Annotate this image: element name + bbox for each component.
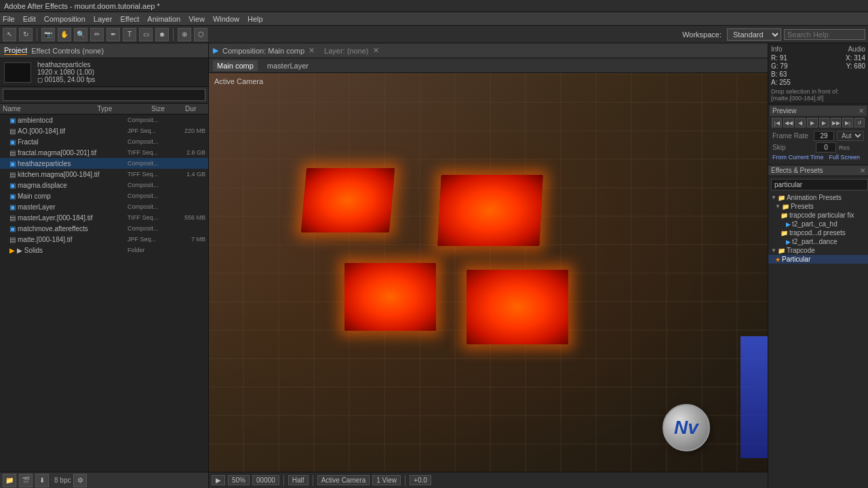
- tree-presets[interactable]: ▼ 📁 Presets: [768, 202, 868, 211]
- tab-master-layer[interactable]: masterLayer: [263, 60, 313, 71]
- new-comp-btn[interactable]: 🎬: [19, 474, 33, 487]
- menu-help[interactable]: Help: [248, 15, 263, 23]
- menu-view[interactable]: View: [189, 15, 205, 23]
- list-item[interactable]: ▣ ambientocd Composit...: [0, 115, 208, 125]
- tool-brush[interactable]: ✏: [90, 28, 104, 41]
- workspace-dropdown[interactable]: Standard: [727, 28, 781, 41]
- list-item[interactable]: ▤ masterLayer.[000-184].tif TIFF Seq... …: [0, 212, 208, 223]
- center-panel: ▶ Composition: Main comp ✕ Layer: (none)…: [209, 43, 768, 488]
- camera-btn[interactable]: Active Camera: [317, 475, 370, 485]
- import-btn[interactable]: ⬇: [35, 474, 49, 487]
- tool-rotate[interactable]: ↻: [19, 28, 33, 41]
- tool-pen[interactable]: ✒: [106, 28, 120, 41]
- list-item[interactable]: ▣ magma.displace Composit...: [0, 180, 208, 190]
- menu-animation[interactable]: Animation: [147, 15, 180, 23]
- play-btn[interactable]: ▶: [212, 475, 225, 485]
- file-name: masterLayer: [18, 203, 127, 211]
- preview-panel: Preview ✕ |◀ ◀◀ ◀ ▶ ▶ ▶▶ ▶| ↺ Frame Rate…: [768, 104, 868, 165]
- list-item[interactable]: ▤ AO.[000-184].tif JPF Seq... 220 MB: [0, 125, 208, 136]
- prev-last[interactable]: ▶|: [842, 118, 852, 127]
- tree-t2-part[interactable]: ▶ t2_part._ca_hd: [768, 220, 868, 228]
- menu-layer[interactable]: Layer: [94, 15, 113, 23]
- info-b-row: B: 63: [771, 70, 865, 78]
- project-search-input[interactable]: [3, 89, 205, 101]
- project-thumbnail: [4, 62, 31, 83]
- timecode-display[interactable]: 00000: [252, 475, 279, 485]
- left-panel: Project Effect Controls (none) heathazep…: [0, 43, 209, 488]
- view-btn[interactable]: 1 View: [372, 475, 401, 485]
- prev-play[interactable]: ▶: [807, 118, 817, 127]
- zoom-btn[interactable]: 50%: [228, 475, 250, 485]
- audio-panel-label[interactable]: Audio: [848, 45, 865, 53]
- file-type: Composit...: [127, 160, 172, 167]
- prev-loop[interactable]: ↺: [854, 118, 865, 127]
- tool-snap[interactable]: ⊕: [178, 28, 191, 41]
- prev-step-back[interactable]: ◀: [795, 118, 806, 127]
- frame-rate-auto[interactable]: Auto: [837, 131, 864, 141]
- list-item[interactable]: ▤ fractal.magma[000-201].tif TIFF Seq...…: [0, 147, 208, 158]
- menu-edit[interactable]: Edit: [23, 15, 36, 23]
- list-item[interactable]: ▣ Main comp Composit...: [0, 190, 208, 201]
- list-item[interactable]: ▣ Fractal Composit...: [0, 136, 208, 147]
- arrow-icon: ▼: [771, 195, 776, 201]
- tool-3d[interactable]: ⬡: [194, 28, 208, 41]
- menu-composition[interactable]: Composition: [44, 15, 85, 23]
- list-item[interactable]: ▤ matte.[000-184].tif JPF Seq... 7 MB: [0, 234, 208, 245]
- arrow-icon: ▼: [775, 203, 781, 209]
- tab-main-comp[interactable]: Main comp: [213, 60, 258, 71]
- prev-first[interactable]: |◀: [772, 118, 782, 127]
- full-screen-btn[interactable]: Full Screen: [829, 154, 861, 161]
- viewport-image[interactable]: Nv: [209, 73, 768, 472]
- list-item[interactable]: ▶ ▶ Solids Folder: [0, 245, 208, 256]
- tool-camera[interactable]: 📷: [41, 28, 55, 41]
- menu-effect[interactable]: Effect: [120, 15, 139, 23]
- list-item[interactable]: ▣ matchmove.aftereffects Composit...: [0, 223, 208, 234]
- tool-select[interactable]: ↖: [3, 28, 16, 41]
- prev-step-fwd[interactable]: ▶: [819, 118, 829, 127]
- comp-close[interactable]: ✕: [309, 46, 315, 55]
- skip-input[interactable]: [816, 142, 836, 152]
- menu-file[interactable]: File: [3, 15, 15, 23]
- list-item[interactable]: ▣ masterLayer Composit...: [0, 201, 208, 212]
- frame-rate-input[interactable]: [814, 131, 834, 141]
- from-current-btn[interactable]: From Current Time: [772, 154, 824, 161]
- tree-particular[interactable]: ★ Particular: [768, 255, 868, 264]
- new-folder-btn[interactable]: 📁: [3, 474, 16, 487]
- tree-t2-dance[interactable]: ▶ t2_part...dance: [768, 237, 868, 246]
- preview-close[interactable]: ✕: [859, 107, 864, 115]
- effects-close[interactable]: ✕: [860, 167, 865, 174]
- toolbar: ↖ ↻ 📷 ✋ 🔍 ✏ ✒ T ▭ ☻ ⊕ ⬡ Workspace: Stand…: [0, 26, 868, 43]
- workspace-label: Workspace:: [682, 30, 722, 39]
- list-item[interactable]: ▣ heathazeparticles Composit...: [0, 158, 208, 169]
- offset-btn[interactable]: +0.0: [410, 475, 431, 485]
- info-g: G: 79: [771, 62, 787, 70]
- tool-pan[interactable]: ✋: [58, 28, 71, 41]
- viewport-camera-label: Active Camera: [214, 77, 263, 85]
- project-details: heathazeparticles 1920 x 1080 (1.00) ◻ 0…: [37, 61, 95, 83]
- comp-title: Composition: Main comp: [222, 47, 304, 55]
- tree-animation-presets[interactable]: ▼ 📁 Animation Presets: [768, 193, 868, 202]
- settings-btn[interactable]: ⚙: [73, 474, 87, 487]
- prev-back[interactable]: ◀◀: [783, 118, 793, 127]
- tool-zoom[interactable]: 🔍: [74, 28, 87, 41]
- layer-close[interactable]: ✕: [373, 46, 379, 55]
- tool-puppet[interactable]: ☻: [155, 28, 169, 41]
- file-type-icon: ▣: [9, 225, 16, 232]
- tree-trapcode[interactable]: ▼ 📁 Trapcode: [768, 246, 868, 255]
- file-name: fractal.magma[000-201].tif: [18, 149, 127, 157]
- tree-trapcode-fx[interactable]: 📁 trapcode particular fix: [768, 211, 868, 220]
- tool-shape[interactable]: ▭: [139, 28, 153, 41]
- list-item[interactable]: ▤ kitchen.magma[000-184].tif TIFF Seq...…: [0, 169, 208, 180]
- tool-text[interactable]: T: [123, 28, 136, 41]
- search-help-input[interactable]: [784, 29, 865, 40]
- menu-window[interactable]: Window: [213, 15, 239, 23]
- info-x: X: 314: [846, 54, 865, 62]
- tab-effect-controls[interactable]: Effect Controls (none): [31, 47, 104, 55]
- prev-fwd[interactable]: ▶▶: [831, 118, 841, 127]
- tree-trapcode-presets[interactable]: 📁 trapcod...d presets: [768, 228, 868, 237]
- effect-icon: ▶: [786, 239, 791, 245]
- tab-project[interactable]: Project: [4, 46, 27, 55]
- bit-depth[interactable]: 8 bpc: [54, 476, 71, 484]
- effects-search-input[interactable]: [771, 179, 868, 190]
- quality-btn[interactable]: Half: [288, 475, 309, 485]
